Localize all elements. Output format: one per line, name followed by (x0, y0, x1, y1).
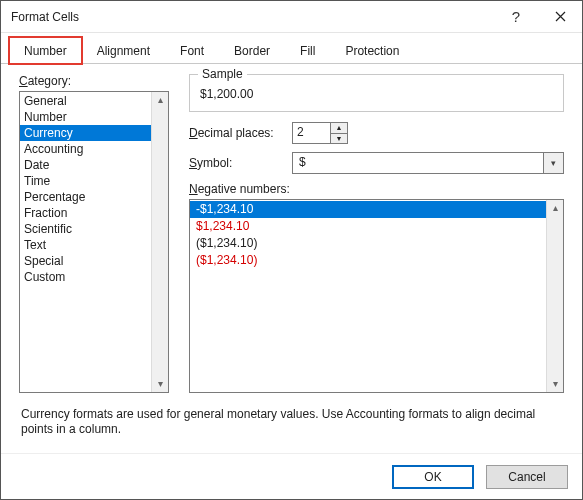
window-title: Format Cells (11, 10, 494, 24)
spinner-up[interactable]: ▲ (331, 123, 347, 134)
negative-numbers-label: Negative numbers: (189, 182, 564, 196)
dialog-footer: OK Cancel (1, 453, 582, 499)
ok-button[interactable]: OK (392, 465, 474, 489)
scroll-down-icon: ▾ (158, 378, 163, 390)
close-button[interactable] (538, 2, 582, 32)
tab-fill[interactable]: Fill (285, 37, 330, 64)
category-item-text[interactable]: Text (20, 237, 151, 253)
category-item-time[interactable]: Time (20, 173, 151, 189)
tab-alignment[interactable]: Alignment (82, 37, 165, 64)
negative-scrollbar[interactable]: ▴ ▾ (546, 200, 563, 392)
tab-strip: Number Alignment Font Border Fill Protec… (1, 33, 582, 64)
sample-group: Sample $1,200.00 (189, 74, 564, 112)
tab-font[interactable]: Font (165, 37, 219, 64)
category-scrollbar[interactable]: ▴ ▾ (151, 92, 168, 392)
format-cells-dialog: Format Cells ? Number Alignment Font Bor… (0, 0, 583, 500)
spinner-down[interactable]: ▼ (331, 134, 347, 144)
decimal-places-label: Decimal places: (189, 126, 284, 140)
category-item-accounting[interactable]: Accounting (20, 141, 151, 157)
tab-border[interactable]: Border (219, 37, 285, 64)
help-button[interactable]: ? (494, 2, 538, 32)
cancel-button[interactable]: Cancel (486, 465, 568, 489)
sample-value: $1,200.00 (200, 87, 553, 101)
chevron-down-icon: ▾ (551, 158, 556, 168)
tab-body: Category: General Number Currency Accoun… (1, 64, 582, 453)
negative-item-4[interactable]: ($1,234.10) (190, 252, 546, 269)
sample-label: Sample (198, 67, 247, 81)
category-listbox[interactable]: General Number Currency Accounting Date … (19, 91, 169, 393)
category-item-custom[interactable]: Custom (20, 269, 151, 285)
scroll-down-icon: ▾ (553, 378, 558, 390)
titlebar: Format Cells ? (1, 1, 582, 33)
tab-number[interactable]: Number (9, 37, 82, 64)
symbol-label: Symbol: (189, 156, 284, 170)
category-item-date[interactable]: Date (20, 157, 151, 173)
negative-item-2[interactable]: $1,234.10 (190, 218, 546, 235)
negative-numbers-listbox[interactable]: -$1,234.10 $1,234.10 ($1,234.10) ($1,234… (189, 199, 564, 393)
decimal-spinner: ▲ ▼ (330, 123, 347, 143)
close-icon (555, 11, 566, 22)
category-item-general[interactable]: General (20, 93, 151, 109)
category-item-currency[interactable]: Currency (20, 125, 151, 141)
tab-protection[interactable]: Protection (330, 37, 414, 64)
decimal-places-input[interactable]: 2 ▲ ▼ (292, 122, 348, 144)
symbol-value: $ (293, 153, 543, 173)
negative-item-3[interactable]: ($1,234.10) (190, 235, 546, 252)
scroll-up-icon: ▴ (158, 94, 163, 106)
negative-item-1[interactable]: -$1,234.10 (190, 201, 546, 218)
symbol-select[interactable]: $ ▾ (292, 152, 564, 174)
category-item-special[interactable]: Special (20, 253, 151, 269)
category-label: Category: (19, 74, 169, 88)
symbol-dropdown-button[interactable]: ▾ (543, 153, 563, 173)
category-item-fraction[interactable]: Fraction (20, 205, 151, 221)
category-item-scientific[interactable]: Scientific (20, 221, 151, 237)
description-text: Currency formats are used for general mo… (19, 393, 564, 447)
category-item-percentage[interactable]: Percentage (20, 189, 151, 205)
scroll-up-icon: ▴ (553, 202, 558, 214)
category-item-number[interactable]: Number (20, 109, 151, 125)
decimal-places-value[interactable]: 2 (293, 123, 330, 143)
